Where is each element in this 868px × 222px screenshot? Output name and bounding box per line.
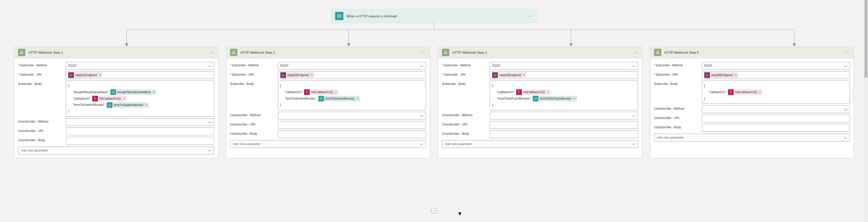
token-remove-icon[interactable]: × [153, 90, 156, 95]
unsubscribe-uri-input[interactable] [66, 128, 214, 135]
body-text: { [280, 83, 281, 89]
token-step03Endpoint[interactable]: {x} step03Endpoint × [492, 72, 526, 78]
subscribe-method-select[interactable]: POST [278, 62, 426, 70]
token-remove-icon[interactable]: × [146, 102, 149, 108]
token-label: listCallbackUrl() [98, 96, 123, 101]
body-text: , [157, 89, 158, 95]
body-text: , [128, 96, 128, 102]
step-more-icon[interactable]: ··· [209, 50, 214, 55]
token-remove-icon[interactable]: × [357, 96, 360, 101]
add-parameter-dropdown[interactable]: Add new parameter [18, 147, 214, 154]
subscribe-uri-input[interactable]: {x} step01Endpoint × [66, 71, 214, 79]
token-listCallbackUrl()[interactable]: fx listCallbackUrl() × [728, 89, 762, 95]
vertical-scrollbar[interactable] [864, 0, 868, 222]
unsubscribe-method-select[interactable] [702, 105, 850, 113]
token-remove-icon[interactable]: × [123, 96, 127, 101]
label-unsubscribe-method: Unsubscribe - Method [18, 118, 63, 123]
unsubscribe-body-input[interactable] [66, 137, 214, 145]
token-icon [107, 102, 113, 108]
token-timeToSoakInMinutes[interactable]: timeToSoakInMinutes × [107, 102, 149, 108]
step-header[interactable]: HTTP Webhook Step 3 ··· [438, 47, 642, 58]
token-listCallbackUrl()[interactable]: fx listCallbackUrl() × [92, 96, 127, 101]
label-subscribe-body: Subscribe - Body [442, 81, 487, 86]
token-icon: fx [304, 89, 310, 95]
token-remove-icon[interactable]: × [99, 72, 102, 78]
token-step06Endpoint[interactable]: {x} step06Endpoint × [704, 72, 738, 78]
unsubscribe-method-select[interactable] [278, 112, 426, 120]
step-header[interactable]: HTTP Webhook Step 1 ··· [14, 47, 218, 58]
subscribe-method-select[interactable]: POST [66, 62, 214, 70]
token-remove-icon[interactable]: × [311, 72, 314, 78]
svg-marker-6 [347, 43, 350, 46]
body-text: { [704, 83, 705, 89]
add-parameter-dropdown[interactable]: Add new parameter [442, 140, 638, 148]
body-text: } [492, 102, 493, 108]
label-unsubscribe-method: Unsubscribe - Method [442, 112, 487, 117]
token-remove-icon[interactable]: × [735, 72, 738, 78]
unsubscribe-uri-input[interactable] [702, 115, 850, 122]
label-subscribe-uri: Subscribe - URI [442, 71, 487, 76]
method-value: POST [280, 64, 289, 68]
step-card: HTTP Webhook Step 1 ··· Subscribe - Meth… [14, 46, 218, 158]
token-timeToSliceInMinutes[interactable]: timeToSliceInMinutes × [318, 96, 360, 101]
subscribe-uri-input[interactable]: {x} step03Endpoint × [490, 71, 638, 79]
token-icon: fx [728, 89, 734, 95]
subscribe-method-select[interactable]: POST [702, 62, 850, 70]
token-remove-icon[interactable]: × [335, 90, 338, 95]
step-header[interactable]: HTTP Webhook Step 6 ··· [650, 47, 854, 58]
label-subscribe-method: Subscribe - Method [654, 62, 699, 67]
token-icon: fx [92, 96, 98, 101]
token-label: step02Endpoint [286, 72, 311, 78]
unsubscribe-body-input[interactable] [278, 130, 426, 138]
unsubscribe-body-input[interactable] [702, 124, 850, 132]
label-subscribe-uri: Subscribe - URI [18, 71, 63, 76]
subscribe-body-input[interactable]: {"callbackUrl": fx listCallbackUrl() × ,… [490, 81, 638, 110]
subscribe-body-input[interactable]: {"callbackUrl": fx listCallbackUrl() × } [702, 81, 850, 104]
token-icon [533, 96, 538, 101]
trigger-card[interactable]: When a HTTP request is received ··· [331, 9, 537, 23]
token-label: timeToSliceInMinutes [324, 96, 357, 101]
subscribe-method-select[interactable]: POST [490, 62, 638, 70]
step-card: HTTP Webhook Step 6 ··· Subscribe - Meth… [650, 46, 854, 158]
trigger-more-icon[interactable]: ··· [528, 13, 533, 19]
unsubscribe-uri-input[interactable] [490, 121, 638, 129]
step-title: HTTP Webhook Step 2 [241, 51, 418, 55]
bottom-connectors [0, 178, 868, 222]
token-timeToStirFryInMinutes[interactable]: timeToStirFryInMinutes × [533, 96, 577, 101]
subscribe-uri-input[interactable]: {x} step02Endpoint × [278, 71, 426, 79]
step-more-icon[interactable]: ··· [845, 50, 850, 55]
token-step02Endpoint[interactable]: {x} step02Endpoint × [280, 72, 314, 78]
add-parameter-dropdown[interactable]: Add new parameter [230, 140, 426, 148]
token-remove-icon[interactable]: × [547, 90, 551, 95]
unsubscribe-uri-input[interactable] [278, 121, 426, 129]
token-remove-icon[interactable]: × [759, 90, 762, 95]
token-listCallbackUrl()[interactable]: fx listCallbackUrl() × [516, 89, 551, 95]
unsubscribe-body-input[interactable] [490, 130, 638, 138]
subscribe-body-input[interactable]: {"callbackUrl": fx listCallbackUrl() × ,… [278, 81, 426, 110]
steps-row: HTTP Webhook Step 1 ··· Subscribe - Meth… [14, 46, 854, 158]
body-text: } [68, 108, 69, 114]
unsubscribe-method-select[interactable] [490, 112, 638, 120]
unsubscribe-method-select[interactable] [66, 118, 214, 126]
subscribe-body-input[interactable]: {"boughtSlicedGaraetteok": boughtSlicedG… [66, 81, 214, 117]
step-more-icon[interactable]: ··· [421, 50, 426, 55]
label-subscribe-body: Subscribe - Body [18, 81, 63, 86]
webhook-icon [18, 49, 25, 56]
add-parameter-dropdown[interactable]: Add new parameter [654, 134, 850, 141]
svg-marker-41 [458, 213, 461, 216]
token-label: step03Endpoint [498, 72, 523, 78]
token-remove-icon[interactable]: × [523, 72, 526, 78]
scrollbar-thumb[interactable] [864, 0, 867, 78]
step-header[interactable]: HTTP Webhook Step 2 ··· [226, 47, 430, 58]
label-unsubscribe-body: Unsubscribe - Body [442, 130, 487, 135]
token-step01Endpoint[interactable]: {x} step01Endpoint × [68, 72, 102, 78]
label-unsubscribe-body: Unsubscribe - Body [18, 137, 63, 142]
token-listCallbackUrl()[interactable]: fx listCallbackUrl() × [304, 89, 338, 95]
subscribe-uri-input[interactable]: {x} step06Endpoint × [702, 71, 850, 79]
token-boughtSlicedGaraetteok[interactable]: boughtSlicedGaraetteok × [110, 89, 156, 95]
token-remove-icon[interactable]: × [574, 96, 577, 101]
token-icon: {x} [68, 72, 74, 78]
add-step-button[interactable]: + [431, 208, 437, 214]
label-unsubscribe-method: Unsubscribe - Method [230, 112, 275, 117]
step-more-icon[interactable]: ··· [633, 50, 638, 55]
